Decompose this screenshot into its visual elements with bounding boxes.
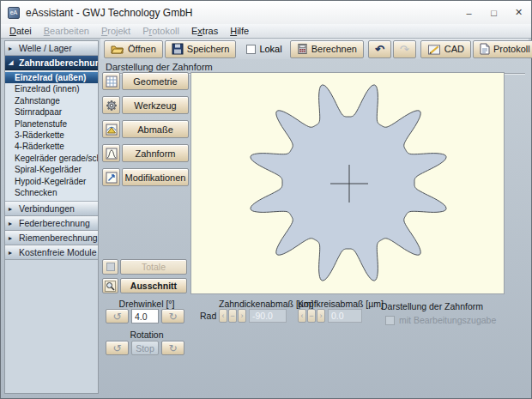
step-minus-icon: − [309, 311, 313, 320]
local-checkbox[interactable] [246, 45, 256, 54]
rotation-ccw-button[interactable]: ↺ [106, 341, 129, 355]
chevron-expanded-icon: ◢ [9, 59, 15, 66]
ausschnitt-button[interactable]: Ausschnitt [120, 278, 187, 293]
menu-item-hilfe[interactable]: Hilfe [224, 26, 255, 36]
minimize-button[interactable]: – [456, 1, 481, 24]
report-document-icon [480, 43, 490, 55]
totale-button: Totale [120, 259, 187, 275]
main-panel: Öffnen Speichern Lokal Berechnen ↶ [100, 39, 529, 396]
werkzeug-button[interactable]: Werkzeug [122, 96, 189, 114]
title-bar: eA eAssistant - GWJ Technology GmbH – □ … [1, 1, 531, 24]
calculate-button[interactable]: Berechnen [290, 40, 364, 58]
sidebar-item-stirnradpaar[interactable]: Stirnradpaar [5, 106, 98, 118]
sidebar-group-federberechnung[interactable]: ▸ Federberechnung [5, 216, 98, 231]
application-window: eA eAssistant - GWJ Technology GmbH – □ … [0, 0, 532, 399]
sidebar-item-zahnstange[interactable]: Zahnstange [5, 95, 98, 106]
zahndicken-stepper: ‹ − › [219, 309, 287, 323]
toothform-canvas[interactable] [190, 72, 505, 294]
totale-icon-button [102, 259, 118, 275]
toolbar: Öffnen Speichern Lokal Berechnen ↶ [100, 39, 529, 59]
step-reset-button: − [307, 309, 316, 323]
sidebar-item-schnecken[interactable]: Schnecken [5, 187, 98, 198]
chevron-right-icon: ▸ [9, 45, 15, 52]
rotate-ccw-icon: ↺ [112, 311, 121, 322]
sidebar-group-kostenfreie-module[interactable]: ▸ Kostenfreie Module [5, 245, 98, 260]
local-checkbox-group: Lokal [246, 44, 281, 54]
panel-title: Darstellung der Zahnform [106, 62, 213, 72]
sidebar-group-zahnradberechnung[interactable]: ◢ Zahnradberechnung [5, 56, 98, 70]
geometry-icon-button[interactable] [102, 72, 120, 90]
kopfkreisabmass-label: Kopfkreisabmaß [µm] [298, 299, 384, 309]
sidebar-item-spiral-kegelraeder[interactable]: Spiral-Kegelräder [5, 164, 98, 175]
chevron-right-icon: ▸ [9, 220, 15, 227]
gear-shape [251, 85, 446, 281]
modifikationen-icon-button[interactable] [102, 168, 120, 186]
display-options-title: Darstellung der Zahnform [381, 301, 483, 311]
app-icon: eA [8, 7, 20, 19]
menu-item-extras[interactable]: Extras [185, 26, 224, 36]
tooth-profile-icon [106, 148, 118, 160]
sidebar-item-einzelrad-innen[interactable]: Einzelrad (innen) [5, 83, 98, 94]
rotation-cw-button[interactable]: ↻ [161, 341, 184, 355]
sidebar-item-hypoid-kegelraeder[interactable]: Hypoid-Kegelräder [5, 176, 98, 187]
geometrie-button[interactable]: Geometrie [122, 72, 189, 90]
bearbeitungszugabe-group: mit Bearbeitungszugabe [385, 315, 496, 325]
redo-icon: ↷ [400, 44, 409, 55]
rotate-ccw-button[interactable]: ↺ [106, 309, 129, 323]
bearbeitungszugabe-label: mit Bearbeitungszugabe [399, 315, 496, 325]
sidebar-group-welle-lager[interactable]: ▸ Welle / Lager [5, 41, 98, 56]
rotate-cw-button[interactable]: ↻ [161, 309, 184, 323]
sidebar-item-3-raederkette[interactable]: 3-Räderkette [5, 130, 98, 141]
step-reset-button: − [228, 309, 237, 323]
menu-bar: Datei Bearbeiten Projekt Protokoll Extra… [1, 24, 531, 39]
undo-button[interactable]: ↶ [368, 40, 391, 58]
abmasse-icon-button[interactable] [102, 120, 120, 138]
undo-icon: ↶ [375, 44, 384, 55]
sidebar-item-kegelraeder-gerade-schraeg[interactable]: Kegelräder gerade/schräg [5, 153, 98, 164]
tool-gear-icon [106, 100, 118, 112]
sidebar-group-verbindungen[interactable]: ▸ Verbindungen [5, 202, 98, 216]
modifikationen-button[interactable]: Modifikationen [122, 168, 189, 186]
rotation-row: ↺ Stop ↻ [106, 341, 184, 355]
angle-input[interactable] [131, 309, 159, 323]
rotate-ccw-icon: ↺ [112, 343, 121, 354]
sidebar-group-riemenberechnung[interactable]: ▸ Riemenberechnung [5, 231, 98, 245]
rotate-cw-icon: ↻ [168, 343, 177, 354]
step-left-button: ‹ [298, 309, 306, 323]
ausschnitt-icon-button[interactable] [102, 278, 118, 293]
stop-button: Stop [131, 341, 159, 355]
protokoll-button[interactable]: Protokoll [473, 40, 532, 58]
abmasse-button[interactable]: Abmaße [122, 120, 189, 138]
werkzeug-icon-button[interactable] [102, 96, 120, 114]
local-checkbox-label: Lokal [259, 44, 281, 54]
chevron-right-icon: ▸ [9, 205, 15, 213]
cad-button[interactable]: CAD [420, 40, 471, 58]
zoom-button-column: Totale Ausschnitt [102, 259, 187, 297]
sidebar-gear-list: Einzelrad (außen) Einzelrad (innen) Zahn… [5, 70, 98, 202]
sidebar-item-4-raederkette[interactable]: 4-Räderkette [5, 141, 98, 152]
menu-item-projekt: Projekt [95, 26, 136, 36]
chevron-right-icon: ▸ [9, 249, 15, 257]
open-button[interactable]: Öffnen [104, 40, 163, 58]
cad-drawing-icon [427, 44, 441, 55]
magnifier-icon [105, 281, 116, 292]
zahnform-icon-button[interactable] [102, 144, 120, 162]
step-left-icon: ‹ [301, 311, 304, 320]
sidebar-item-einzelrad-aussen[interactable]: Einzelrad (außen) [5, 72, 98, 83]
geometry-grid-icon [106, 76, 118, 88]
save-button[interactable]: Speichern [165, 40, 237, 58]
maximize-button[interactable]: □ [481, 1, 506, 24]
window-title: eAssistant - GWJ Technology GmbH [26, 7, 193, 19]
rotate-cw-icon: ↻ [168, 311, 177, 322]
step-left-button: ‹ [219, 309, 227, 323]
menu-item-datei[interactable]: Datei [3, 26, 38, 36]
deviations-chart-icon [106, 124, 118, 136]
sidebar-item-planetenstufe[interactable]: Planetenstufe [5, 118, 98, 130]
close-button[interactable]: ✕ [506, 1, 531, 24]
zahndickenabmass-input [249, 309, 287, 323]
workspace: ▸ Welle / Lager ◢ Zahnradberechnung Einz… [1, 39, 531, 398]
zahnform-button[interactable]: Zahnform [122, 144, 189, 162]
step-minus-icon: − [230, 311, 234, 320]
kopfkreis-stepper: ‹ − › [298, 309, 362, 323]
modification-arrow-icon [106, 172, 118, 184]
